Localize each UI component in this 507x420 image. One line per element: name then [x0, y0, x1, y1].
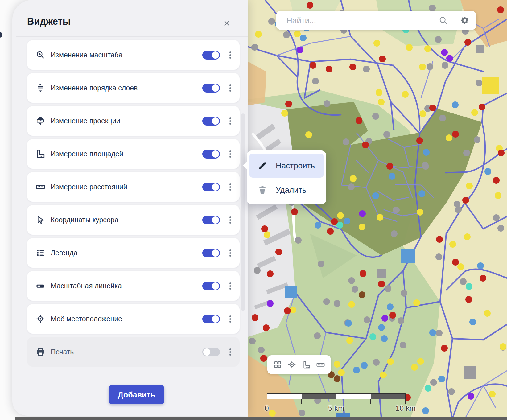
widget-toggle[interactable] [202, 150, 220, 159]
widget-row: Масштабная линейка [27, 271, 240, 301]
bottom-bar [15, 417, 507, 420]
widget-row: EPSG Изменение проекции [27, 106, 240, 136]
kebab-menu-icon[interactable] [228, 84, 232, 92]
widget-row: Легенда [27, 238, 240, 268]
widget-row: Изменение порядка слоев [27, 73, 240, 103]
app-window: 0 5 km 10 km Виджеты Изменение масштаба … [0, 0, 507, 420]
layers-order-icon [36, 83, 45, 93]
search-divider [454, 15, 454, 26]
widget-list: Изменение масштаба Изменение порядка сло… [27, 40, 240, 367]
panel-title: Виджеты [27, 16, 71, 27]
scale-bar-segments [267, 393, 406, 399]
scale-label-0: 0 [265, 404, 269, 413]
add-widget-button[interactable]: Добавить [109, 385, 164, 404]
my-location-button[interactable] [288, 360, 296, 369]
context-menu-label: Удалить [276, 185, 306, 195]
my-location-icon [36, 314, 45, 323]
widget-row: Изменение масштаба [27, 40, 240, 70]
scale-label-5: 5 km [328, 404, 344, 413]
left-edge-icon [0, 32, 2, 38]
kebab-menu-icon[interactable] [228, 348, 232, 356]
widget-toggle[interactable] [202, 183, 220, 191]
widget-label: Измерение расстояний [51, 183, 127, 191]
context-menu-item-delete[interactable]: Удалить [249, 179, 324, 201]
close-icon[interactable] [223, 20, 230, 27]
widget-label: Легенда [51, 249, 77, 257]
widget-label: Печать [51, 348, 74, 356]
kebab-menu-icon[interactable] [228, 117, 232, 125]
widget-label: Измерение площадей [51, 150, 123, 158]
kebab-menu-icon[interactable] [228, 249, 232, 257]
distance-measure-button[interactable] [316, 360, 325, 369]
epsg-pin-icon: EPSG [36, 116, 45, 126]
search-input[interactable] [286, 15, 439, 26]
widgets-panel: Виджеты Изменение масштаба Изменение пор… [12, 0, 248, 416]
widgets-grid-button[interactable] [274, 360, 282, 369]
svg-text:EPSG: EPSG [38, 120, 43, 122]
widget-row: Печать [27, 337, 240, 367]
widget-label: Изменение проекции [51, 117, 120, 125]
map-search-bar [276, 11, 476, 30]
panel-scrollbar[interactable] [241, 113, 245, 311]
search-icon[interactable] [439, 16, 447, 25]
widget-row: Измерение расстояний [27, 172, 240, 202]
widget-row: Измерение площадей [27, 139, 240, 169]
kebab-menu-icon[interactable] [228, 51, 232, 59]
scale-bar-ticks [267, 399, 406, 404]
pencil-icon [258, 161, 267, 170]
widget-label: Изменение масштаба [51, 51, 122, 59]
context-menu-item-configure[interactable]: Настроить [249, 154, 324, 178]
widget-row: Координаты курсора [27, 205, 240, 235]
widget-toggle[interactable] [202, 348, 220, 356]
widget-row: Моё местоположение [27, 304, 240, 334]
kebab-menu-icon[interactable] [228, 183, 232, 191]
kebab-menu-icon[interactable] [228, 315, 232, 323]
scale-label-10: 10 km [395, 404, 415, 413]
area-measure-button[interactable] [302, 360, 311, 369]
widget-toggle[interactable] [202, 84, 220, 93]
widget-label: Координаты курсора [51, 216, 118, 224]
legend-list-icon [36, 248, 45, 257]
context-menu-label: Настроить [276, 161, 315, 171]
widget-toggle[interactable] [202, 315, 220, 323]
map-scale-bar: 0 5 km 10 km [267, 393, 406, 413]
widget-label: Масштабная линейка [51, 282, 122, 290]
widget-toggle[interactable] [202, 282, 220, 290]
print-icon [36, 347, 45, 356]
trash-icon [258, 185, 267, 195]
gear-icon[interactable] [460, 16, 469, 25]
cursor-icon [36, 215, 45, 224]
widget-label: Изменение порядка слоев [51, 84, 138, 92]
widget-toggle[interactable] [202, 216, 220, 224]
kebab-menu-icon[interactable] [228, 150, 232, 158]
widget-toggle[interactable] [202, 117, 220, 126]
zoom-in-icon [36, 50, 45, 60]
widget-context-menu: НастроитьУдалить [247, 150, 326, 204]
widget-toggle[interactable] [202, 249, 220, 257]
kebab-menu-icon[interactable] [228, 282, 232, 290]
area-measure-icon [36, 149, 45, 159]
widget-label: Моё местоположение [51, 315, 122, 323]
distance-ruler-icon [36, 182, 45, 191]
kebab-menu-icon[interactable] [228, 216, 232, 224]
panel-header-divider [16, 36, 248, 37]
widget-toggle[interactable] [202, 51, 220, 60]
scale-bar-icon [36, 281, 45, 290]
map-toolbar [267, 355, 331, 374]
